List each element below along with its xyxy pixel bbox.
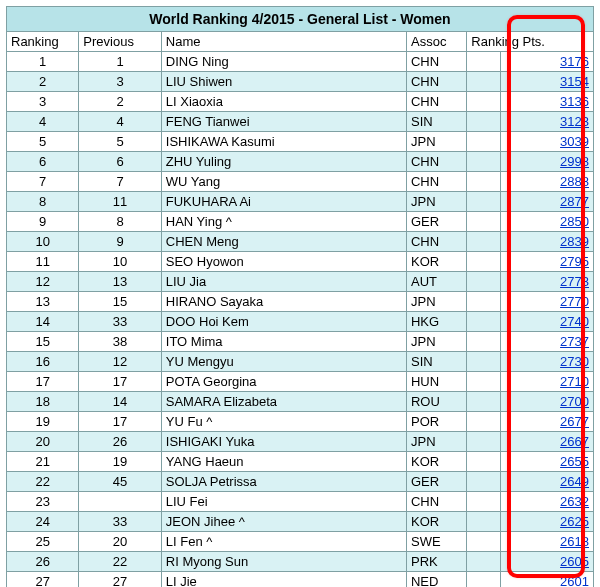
cell-pts: 2632 [501,492,594,512]
cell-assoc: KOR [406,252,466,272]
cell-spacer [467,272,501,292]
cell-name: ISHIGAKI Yuka [161,432,406,452]
points-link[interactable]: 2877 [560,194,589,209]
points-link[interactable]: 2655 [560,454,589,469]
cell-previous: 15 [79,292,161,312]
cell-previous: 26 [79,432,161,452]
points-link[interactable]: 2677 [560,414,589,429]
cell-ranking: 21 [7,452,79,472]
cell-assoc: JPN [406,192,466,212]
cell-name: DOO Hoi Kem [161,312,406,332]
cell-ranking: 19 [7,412,79,432]
points-link[interactable]: 2618 [560,534,589,549]
cell-ranking: 4 [7,112,79,132]
cell-name: YU Mengyu [161,352,406,372]
cell-spacer [467,532,501,552]
cell-assoc: JPN [406,132,466,152]
cell-assoc: HUN [406,372,466,392]
points-link[interactable]: 2667 [560,434,589,449]
cell-assoc: SWE [406,532,466,552]
cell-assoc: PRK [406,552,466,572]
cell-assoc: POR [406,412,466,432]
cell-ranking: 8 [7,192,79,212]
points-link[interactable]: 3123 [560,114,589,129]
points-link[interactable]: 2773 [560,274,589,289]
cell-name: LI Xiaoxia [161,92,406,112]
points-link[interactable]: 2737 [560,334,589,349]
cell-previous: 22 [79,552,161,572]
cell-pts: 2737 [501,332,594,352]
cell-pts: 2655 [501,452,594,472]
points-link[interactable]: 2625 [560,514,589,529]
cell-previous: 7 [79,172,161,192]
points-link[interactable]: 2605 [560,554,589,569]
cell-assoc: CHN [406,492,466,512]
cell-previous: 1 [79,52,161,72]
points-link[interactable]: 2795 [560,254,589,269]
points-link[interactable]: 2601 [560,574,589,587]
cell-assoc: CHN [406,72,466,92]
table-row: 98HAN Ying ^GER2850 [7,212,594,232]
points-link[interactable]: 2730 [560,354,589,369]
cell-name: RI Myong Sun [161,552,406,572]
points-link[interactable]: 2740 [560,314,589,329]
cell-spacer [467,432,501,452]
points-link[interactable]: 2710 [560,374,589,389]
cell-previous: 27 [79,572,161,588]
col-ranking: Ranking [7,32,79,52]
table-row: 2119YANG HaeunKOR2655 [7,452,594,472]
cell-assoc: NED [406,572,466,588]
cell-spacer [467,292,501,312]
points-link[interactable]: 2850 [560,214,589,229]
cell-previous: 6 [79,152,161,172]
points-link[interactable]: 3176 [560,54,589,69]
cell-ranking: 1 [7,52,79,72]
cell-pts: 2877 [501,192,594,212]
points-link[interactable]: 2888 [560,174,589,189]
cell-ranking: 14 [7,312,79,332]
cell-previous: 19 [79,452,161,472]
table-row: 109CHEN MengCHN2839 [7,232,594,252]
cell-assoc: JPN [406,292,466,312]
cell-pts: 2795 [501,252,594,272]
cell-assoc: JPN [406,332,466,352]
cell-assoc: GER [406,472,466,492]
cell-ranking: 22 [7,472,79,492]
cell-spacer [467,552,501,572]
cell-name: HIRANO Sayaka [161,292,406,312]
points-link[interactable]: 2700 [560,394,589,409]
table-row: 1814SAMARA ElizabetaROU2700 [7,392,594,412]
cell-pts: 2667 [501,432,594,452]
table-row: 23LIU ShiwenCHN3154 [7,72,594,92]
table-row: 1433DOO Hoi KemHKG2740 [7,312,594,332]
cell-ranking: 7 [7,172,79,192]
table-row: 1213LIU JiaAUT2773 [7,272,594,292]
table-row: 2245SOLJA PetrissaGER2649 [7,472,594,492]
cell-previous: 14 [79,392,161,412]
points-link[interactable]: 2632 [560,494,589,509]
points-link[interactable]: 3039 [560,134,589,149]
cell-ranking: 10 [7,232,79,252]
cell-spacer [467,412,501,432]
table-row: 2622RI Myong SunPRK2605 [7,552,594,572]
cell-pts: 2649 [501,472,594,492]
points-link[interactable]: 3154 [560,74,589,89]
points-link[interactable]: 2998 [560,154,589,169]
points-link[interactable]: 3136 [560,94,589,109]
points-link[interactable]: 2770 [560,294,589,309]
cell-previous [79,492,161,512]
cell-spacer [467,132,501,152]
cell-spacer [467,572,501,588]
cell-pts: 2740 [501,312,594,332]
col-name: Name [161,32,406,52]
points-link[interactable]: 2649 [560,474,589,489]
points-link[interactable]: 2839 [560,234,589,249]
cell-spacer [467,512,501,532]
cell-ranking: 18 [7,392,79,412]
cell-ranking: 2 [7,72,79,92]
cell-ranking: 17 [7,372,79,392]
table-row: 1110SEO HyowonKOR2795 [7,252,594,272]
cell-ranking: 9 [7,212,79,232]
cell-assoc: KOR [406,452,466,472]
cell-assoc: CHN [406,232,466,252]
